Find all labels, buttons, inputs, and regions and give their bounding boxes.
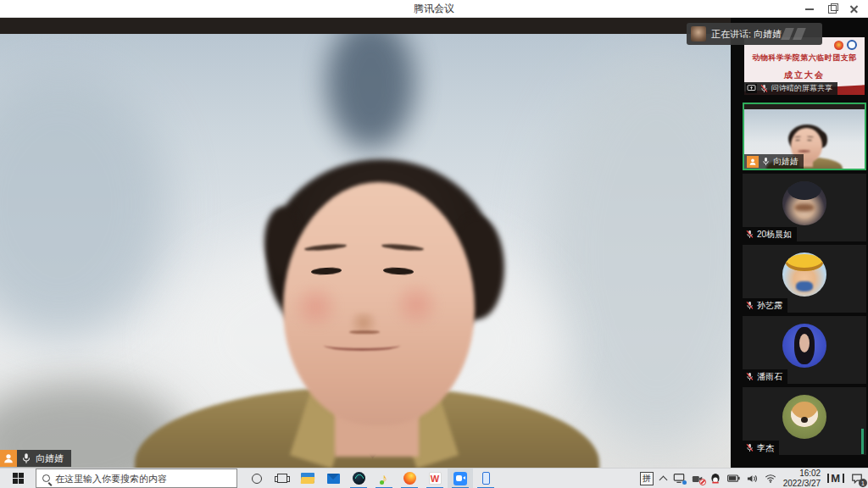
start-button[interactable] xyxy=(0,469,36,488)
taskbar-app-firefox[interactable] xyxy=(397,469,422,488)
system-tray: 拼 16:02 2022/3 xyxy=(640,469,868,488)
participant-tile-panyushi[interactable]: 潘雨石 xyxy=(743,316,866,384)
university-logo-icon xyxy=(847,40,857,50)
participant-name: 潘雨石 xyxy=(757,371,782,383)
participant-name-bar: 向婧婧 xyxy=(744,154,804,169)
taskbar-search[interactable] xyxy=(36,469,237,488)
wps-icon: W xyxy=(429,472,442,485)
cortana-button[interactable] xyxy=(244,469,270,488)
host-badge-icon xyxy=(747,156,759,168)
taskbar-clock[interactable]: 16:02 2022/3/27 xyxy=(783,469,821,488)
qq-music-icon: ♪ xyxy=(381,472,387,485)
taskbar-app-qq-music[interactable]: ♪ xyxy=(371,469,397,488)
taskbar-app-wps[interactable]: W xyxy=(422,469,448,488)
battery-tray-icon[interactable] xyxy=(727,474,740,482)
person-cheek xyxy=(288,286,343,328)
taskbar-app-file-explorer[interactable] xyxy=(295,469,320,488)
blocked-badge xyxy=(699,479,706,485)
speaking-toast-text: 正在讲话: 向婧婧 xyxy=(711,28,782,41)
mic-muted-icon xyxy=(745,301,754,310)
slide-title-line2: 成立大会 xyxy=(744,69,865,81)
clock-date: 2022/3/27 xyxy=(783,479,821,488)
meeting-logo-watermark xyxy=(783,28,809,40)
search-input[interactable] xyxy=(55,474,231,484)
avatar-anime-girl xyxy=(782,181,826,225)
participant-name: 孙艺露 xyxy=(757,300,782,312)
participants-sidebar: 动物科学学院第六临时团支部 成立大会 问诗晴的屏幕共享 xyxy=(731,18,868,468)
network-wifi-tray-icon[interactable] xyxy=(765,474,776,483)
mic-muted-icon xyxy=(760,84,769,93)
screen-share-owner: 问诗晴的屏幕共享 xyxy=(771,83,832,94)
cortana-icon xyxy=(252,474,262,484)
status-dot xyxy=(682,480,687,485)
participant-tile-yangchenru[interactable]: 20杨晨如 xyxy=(743,174,866,241)
notification-badge: 1 xyxy=(859,479,867,487)
person-mouth xyxy=(324,340,400,351)
participant-name-bar: 李杰 xyxy=(743,441,779,455)
speaker-avatar xyxy=(691,26,706,42)
camera-dark-strip xyxy=(0,18,731,34)
taskbar-app-tim[interactable] xyxy=(346,469,371,488)
mic-on-icon xyxy=(20,452,32,464)
close-button[interactable] xyxy=(843,0,865,18)
screen-share-thumbnail[interactable]: 动物科学学院第六临时团支部 成立大会 问诗晴的屏幕共享 xyxy=(744,37,865,95)
mic-muted-icon xyxy=(745,443,754,452)
display-tray-icon[interactable] xyxy=(673,473,685,484)
restore-button[interactable] xyxy=(821,0,843,18)
league-emblem-icon xyxy=(834,41,843,50)
mic-on-icon xyxy=(761,157,771,166)
window-controls xyxy=(798,0,865,18)
participant-tile-sunyilu[interactable]: 孙艺露 xyxy=(743,245,866,313)
participant-name: 李杰 xyxy=(757,442,774,454)
speaking-toast: 正在讲话: 向婧婧 xyxy=(687,23,822,45)
taskbar-app-your-phone[interactable] xyxy=(473,469,498,488)
taskbar: ♪ W 拼 xyxy=(0,468,868,488)
main-speaker-name: 向婧婧 xyxy=(36,452,64,465)
avatar-blue-portrait xyxy=(782,324,826,368)
ime-indicator[interactable]: 拼 xyxy=(640,472,654,485)
clock-time: 16:02 xyxy=(783,469,821,479)
tencent-meeting-icon xyxy=(453,472,467,485)
mic-muted-icon xyxy=(745,230,754,239)
search-icon xyxy=(42,474,50,482)
participant-tile-lijie[interactable]: 李杰 xyxy=(743,387,866,455)
camera-blocked-tray-icon[interactable] xyxy=(692,474,704,484)
host-badge-icon xyxy=(0,450,17,467)
main-video: 向婧婧 xyxy=(0,18,731,468)
app-window: 腾讯会议 xyxy=(0,0,868,488)
sidebar-scrollbar[interactable] xyxy=(861,429,864,454)
speaker-person xyxy=(0,18,731,468)
firefox-icon xyxy=(403,472,416,485)
task-view-button[interactable] xyxy=(270,469,295,488)
main-speaker-name-bar: 向婧婧 xyxy=(0,450,71,467)
mail-icon xyxy=(327,474,340,484)
minimize-button[interactable] xyxy=(798,0,821,18)
participant-name: 20杨晨如 xyxy=(757,229,792,241)
participant-name-bar: 潘雨石 xyxy=(743,369,787,384)
your-phone-icon xyxy=(482,472,490,485)
screen-share-label-bar: 问诗晴的屏幕共享 xyxy=(744,82,837,95)
volume-tray-icon[interactable] xyxy=(747,474,758,484)
taskbar-app-tencent-meeting[interactable] xyxy=(448,469,473,488)
person-cheek xyxy=(389,283,444,325)
screen-share-icon xyxy=(746,84,757,93)
participant-name-bar: 20杨晨如 xyxy=(743,227,797,241)
m-tray-icon[interactable]: M xyxy=(827,474,844,483)
windows-logo-icon xyxy=(13,473,24,484)
tim-icon xyxy=(353,472,365,485)
mic-muted-icon xyxy=(745,372,754,381)
participant-tile-xiangjingjing[interactable]: 向婧婧 xyxy=(743,103,866,170)
file-explorer-icon xyxy=(301,473,314,484)
window-title: 腾讯会议 xyxy=(414,2,454,16)
qq-tray-icon[interactable] xyxy=(710,473,721,485)
avatar-shiba-dog xyxy=(782,395,826,439)
avatar-straw-hat xyxy=(782,252,826,297)
tray-expand-chevron-icon[interactable] xyxy=(659,475,667,484)
action-center-button[interactable]: 1 xyxy=(851,473,863,484)
slide-title-line1: 动物科学学院第六临时团支部 xyxy=(744,53,865,64)
title-bar: 腾讯会议 xyxy=(0,0,868,18)
taskbar-app-mail[interactable] xyxy=(320,469,346,488)
task-view-icon xyxy=(277,474,287,483)
participant-name: 向婧婧 xyxy=(773,156,798,168)
participant-name-bar: 孙艺露 xyxy=(743,298,787,313)
